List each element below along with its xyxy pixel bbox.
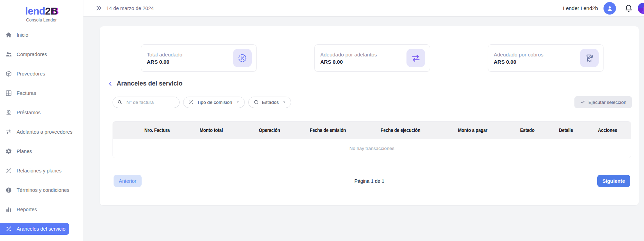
card-adeudado-adelantos: Adeudado por adelantos ARS 0.00 [314,44,430,72]
sidebar-item-terminos[interactable]: Términos y condiciones [0,184,83,196]
sidebar-item-compradores[interactable]: Compradores [0,48,83,60]
column-header-fecha-emision: Fecha de emisión [294,122,361,139]
column-header-operacion: Operación [245,122,294,139]
card-icon-tile: $ [580,49,599,67]
package-icon [5,70,12,77]
notifications-bell-icon[interactable] [624,4,633,12]
language-globe-icon[interactable] [638,3,644,14]
card-icon-tile [406,49,425,67]
card-info: Adeudado por adelantos ARS 0.00 [320,52,406,65]
sidebar-item-facturas[interactable]: Facturas [0,87,83,99]
percent-icon [188,99,194,105]
status-circle-icon [253,99,259,105]
alert-circle-icon [5,187,12,194]
transfer-arrows-icon [411,53,421,63]
brand-logo-text: lend2B [0,5,83,17]
person-icon [606,5,614,12]
user-label: Lender Lend2b [563,5,598,11]
card-total-adeudado: Total adeudado ARS 0.00 [141,44,257,72]
chevron-down-icon [282,100,287,105]
previous-page-button[interactable]: Anterior [114,175,142,187]
column-header-estado: Estado [507,122,548,139]
sidebar-item-prestamos[interactable]: $ Préstamos [0,107,83,118]
page-indicator: Página 1 de 1 [142,178,597,184]
summary-cards-row: Total adeudado ARS 0.00 Adeudado por ade… [100,26,639,72]
check-icon [580,99,585,105]
column-header-select [113,122,136,139]
execute-selection-button[interactable]: Ejecutar selección [574,96,632,108]
next-page-button[interactable]: Siguiente [597,175,630,187]
filters-row: Tipo de comisión Estados Ejecutar selecc… [113,96,632,108]
column-header-fecha-ejecucion: Fecha de ejecución [361,122,439,139]
svg-text:$: $ [8,111,9,114]
sidebar-item-adelantos[interactable]: Adelantos a proveedores [0,126,83,138]
console-subtitle: Consola Lender [0,18,83,23]
chevron-down-icon [235,100,240,105]
section-heading: Aranceles del servicio [107,80,639,87]
pagination-bar: Anterior Página 1 de 1 Siguiente [114,175,630,187]
chevron-left-icon[interactable] [107,81,114,87]
states-dropdown[interactable]: Estados [248,97,292,108]
empty-state-message: No hay transacciones [113,139,631,158]
topbar-right: Lender Lend2b [563,2,644,15]
table-header-row: Nro. Factura Monto total Operación Fecha… [113,122,631,139]
column-header-monto-total: Monto total [178,122,245,139]
double-chevron-right-icon[interactable] [95,5,102,12]
search-icon [117,99,123,105]
card-info: Adeudado por cobros ARS 0.00 [494,52,580,65]
transfer-arrows-icon [5,128,12,135]
sidebar-item-label: Compradores [17,52,47,57]
receipt-dollar-icon: $ [584,53,594,63]
logo-part-2: 2 [45,6,51,17]
card-value: ARS 0.00 [147,59,233,65]
coin-dollar-icon: $ [5,109,12,116]
sidebar-item-proveedores[interactable]: Proveedores [0,68,83,80]
badge-percent-icon [237,53,248,63]
sidebar-item-aranceles-active[interactable]: Aranceles del servicio [0,223,69,235]
card-value: ARS 0.00 [320,59,406,65]
search-input[interactable] [126,99,175,105]
logo-part-lend: lend [25,6,45,17]
sidebar-item-reportes[interactable]: Reportes [0,204,83,215]
card-title: Total adeudado [147,52,233,57]
card-title: Adeudado por cobros [494,52,580,57]
column-header-acciones: Acciones [584,122,631,139]
column-header-detalle: Detalle [548,122,584,139]
page-title: Aranceles del servicio [117,80,182,87]
invoice-search-field[interactable] [113,97,180,108]
sidebar-item-planes[interactable]: Planes [0,145,83,157]
sidebar-item-label: Planes [17,149,32,154]
column-header-monto-a-pagar: Monto a pagar [439,122,506,139]
topbar: 14 de marzo de 2024 Lender Lend2b [83,0,644,17]
sidebar: lend2B Consola Lender Inicio Compradores… [0,0,83,241]
sidebar-item-label: Préstamos [17,110,41,115]
commission-type-dropdown[interactable]: Tipo de comisión [183,97,245,108]
sidebar-item-label: Relaciones y planes [17,168,62,173]
content-area: Total adeudado ARS 0.00 Adeudado por ade… [83,17,644,241]
transactions-table: Nro. Factura Monto total Operación Fecha… [113,121,631,158]
sidebar-item-label: Términos y condiciones [17,187,69,193]
bar-chart-icon [5,206,12,213]
states-label: Estados [262,100,279,105]
main-panel: Total adeudado ARS 0.00 Adeudado por ade… [100,26,639,205]
table-grid-icon [5,90,12,97]
sidebar-item-label: Facturas [17,90,36,96]
sidebar-item-label: Reportes [17,207,37,212]
logo-part-b: B [51,6,57,17]
sidebar-item-label: Proveedores [17,71,45,77]
card-title: Adeudado por adelantos [320,52,406,57]
commission-type-label: Tipo de comisión [197,100,232,105]
brand-logo: lend2B Consola Lender [0,0,83,23]
user-avatar[interactable] [603,2,616,15]
execute-selection-label: Ejecutar selección [588,100,626,105]
percent-icon [5,167,12,174]
card-icon-tile [233,49,252,67]
home-icon [5,32,12,38]
percent-icon [5,225,12,232]
sidebar-item-label: Aranceles del servicio [17,226,65,232]
empty-state-row: No hay transacciones [113,139,631,158]
sidebar-item-relaciones[interactable]: Relaciones y planes [0,165,83,177]
gear-icon [5,148,12,155]
sidebar-menu: Inicio Compradores Proveedores Facturas … [0,29,83,235]
sidebar-item-inicio[interactable]: Inicio [0,29,83,41]
